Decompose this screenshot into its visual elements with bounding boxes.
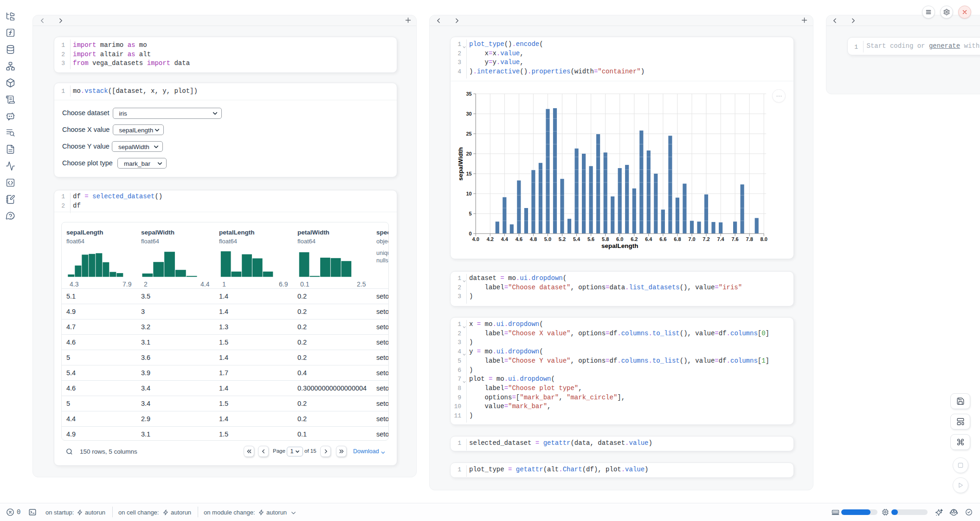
svg-text:35: 35	[466, 91, 471, 97]
svg-text:6.6: 6.6	[659, 236, 666, 242]
svg-text:8.0: 8.0	[761, 236, 767, 242]
svg-text:10: 10	[466, 191, 471, 196]
svg-text:15: 15	[466, 171, 471, 176]
svg-text:0: 0	[469, 231, 472, 236]
svg-text:5.2: 5.2	[559, 236, 566, 242]
svg-text:4.6: 4.6	[516, 236, 522, 242]
svg-text:6.4: 6.4	[645, 236, 652, 242]
svg-text:5.4: 5.4	[573, 236, 580, 242]
svg-text:4.2: 4.2	[487, 236, 494, 242]
svg-text:7.6: 7.6	[731, 236, 738, 242]
svg-text:5: 5	[469, 211, 472, 216]
svg-text:4.4: 4.4	[501, 236, 509, 242]
svg-text:4.0: 4.0	[472, 236, 479, 242]
svg-text:7.0: 7.0	[688, 236, 695, 242]
svg-text:7.8: 7.8	[746, 236, 753, 242]
svg-text:7.2: 7.2	[703, 236, 709, 242]
svg-text:6.0: 6.0	[616, 236, 623, 242]
svg-text:6.2: 6.2	[631, 236, 638, 242]
svg-text:sepalWidth: sepalWidth	[457, 147, 464, 181]
svg-text:30: 30	[466, 111, 471, 117]
svg-text:6.8: 6.8	[674, 236, 681, 242]
svg-text:20: 20	[466, 151, 471, 156]
svg-text:sepalLength: sepalLength	[601, 242, 638, 249]
svg-text:7.4: 7.4	[717, 236, 724, 242]
svg-text:4.8: 4.8	[530, 236, 537, 242]
svg-text:5.8: 5.8	[602, 236, 609, 242]
svg-text:5.6: 5.6	[587, 236, 594, 242]
svg-text:25: 25	[466, 131, 471, 137]
svg-text:5.0: 5.0	[544, 236, 551, 242]
